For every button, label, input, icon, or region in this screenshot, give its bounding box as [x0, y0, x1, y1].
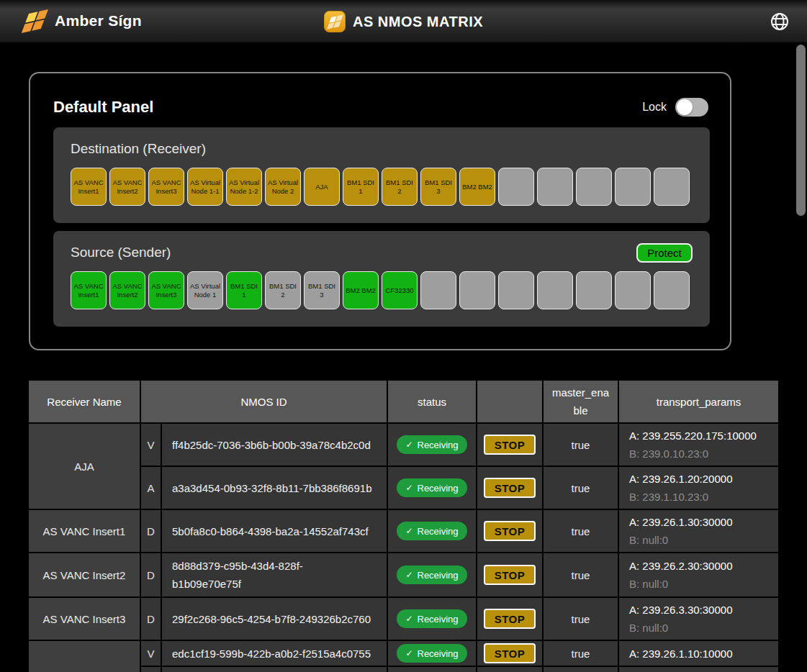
destination-button-as-virtual-node-1-1[interactable]: AS Virtual Node 1-1 — [187, 168, 223, 206]
transport-params: A: 239.26.1.10:10000 — [618, 640, 779, 666]
lock-toggle[interactable] — [675, 98, 708, 117]
destination-button-empty — [576, 168, 612, 206]
protect-button[interactable]: Protect — [636, 243, 693, 263]
source-button-empty — [654, 271, 690, 309]
transport-params: A: 239.26.1.20:20000 B: 239.1.10.23:0 — [618, 466, 779, 509]
source-button-empty — [498, 271, 534, 309]
source-button-empty — [537, 271, 573, 309]
source-button-empty — [615, 271, 651, 309]
destination-button-bm1-sdi-3[interactable]: BM1 SDI 3 — [420, 168, 456, 206]
master-enable-value: true — [543, 423, 618, 466]
check-icon: ✓ — [405, 483, 412, 493]
receiver-name: AS VANC Insert3 — [28, 597, 140, 640]
destination-button-empty — [615, 168, 651, 206]
table-row: AS VANC Insert1 D 5b0fa8c0-b864-4398-ba2… — [28, 509, 779, 553]
receiver-name — [28, 640, 140, 672]
scrollbar-thumb[interactable] — [796, 45, 806, 216]
transport-params: A: 239.26.2.30:30000 B: null:0 — [618, 553, 779, 597]
source-title: Source (Sender) — [71, 245, 171, 260]
stop-button[interactable]: STOP — [484, 435, 536, 455]
col-header-master-enable: master_enable — [543, 380, 618, 423]
col-header-nmos-id: NMOS ID — [140, 380, 387, 423]
master-enable-value: true — [543, 597, 618, 640]
channel-letter: A — [140, 466, 161, 509]
source-button-bm2-bm2[interactable]: BM2 BM2 — [343, 271, 379, 309]
destination-button-empty — [537, 168, 573, 206]
source-button-as-vanc-insert1[interactable]: AS VANC Insert1 — [71, 271, 107, 309]
receiver-name: AS VANC Insert1 — [28, 509, 140, 553]
destination-button-aja[interactable]: AJA — [304, 168, 340, 206]
check-icon: ✓ — [405, 614, 412, 624]
app: Amber Sígn AS NMOS MATRIX — [0, 0, 807, 672]
status-badge: ✓Receiving — [397, 522, 466, 540]
status-badge: ✓Receiving — [397, 644, 466, 663]
stop-button[interactable]: STOP — [484, 643, 536, 663]
source-section: Source (Sender) Protect AS VANC Insert1 … — [53, 231, 710, 327]
check-icon: ✓ — [405, 440, 412, 450]
stop-button[interactable]: STOP — [484, 478, 536, 498]
col-header-transport-params: transport_params — [618, 380, 779, 423]
table-row: AS VANC Insert3 D 29f2c268-96c5-4254-b7f… — [28, 597, 779, 640]
nmos-id: a3a3d454-0b93-32f8-8b11-7bb386f8691b — [161, 466, 387, 509]
source-button-bm1-sdi-2[interactable]: BM1 SDI 2 — [265, 271, 301, 309]
check-icon: ✓ — [405, 526, 412, 536]
table-row: 5ab09547-938c-4bdc-8d1b-7e15a4c0755 — [28, 666, 779, 672]
destination-button-as-virtual-node-1-2[interactable]: AS Virtual Node 1-2 — [226, 168, 262, 206]
status-badge: ✓Receiving — [397, 435, 466, 454]
destination-button-as-vanc-insert2[interactable]: AS VANC Insert2 — [109, 168, 145, 206]
source-button-bm1-sdi-1[interactable]: BM1 SDI 1 — [226, 271, 262, 309]
app-title-text: AS NMOS MATRIX — [353, 14, 483, 30]
destination-button-bm1-sdi-2[interactable]: BM1 SDI 2 — [382, 168, 418, 206]
destination-button-bm1-sdi-1[interactable]: BM1 SDI 1 — [343, 168, 379, 206]
language-globe-icon[interactable] — [770, 12, 790, 32]
table-row: AJA V ff4b25dc-7036-3b6b-b00b-39a78c4b2c… — [28, 423, 779, 466]
matrix-app-icon — [324, 11, 346, 32]
destination-button-as-vanc-insert3[interactable]: AS VANC Insert3 — [148, 168, 184, 206]
master-enable-value: true — [543, 466, 618, 509]
receiver-name: AJA — [28, 423, 140, 509]
transport-params: A: 239.255.220.175:10000 B: 239.0.10.23:… — [618, 423, 779, 466]
master-enable-value: true — [543, 553, 618, 597]
destination-button-bm2-bm2[interactable]: BM2 BM2 — [459, 168, 495, 206]
check-icon: ✓ — [405, 648, 412, 658]
channel-letter: D — [140, 553, 161, 597]
source-button-as-vanc-insert3[interactable]: AS VANC Insert3 — [148, 271, 184, 309]
source-button-as-virtual-node-1[interactable]: AS Virtual Node 1 — [187, 271, 223, 309]
destination-title: Destination (Receiver) — [71, 141, 206, 157]
source-button-cf32330[interactable]: CF32330 — [382, 271, 418, 309]
destination-button-as-vanc-insert1[interactable]: AS VANC Insert1 — [71, 168, 107, 206]
status-badge: ✓Receiving — [397, 478, 466, 497]
nmos-id: 5ab09547-938c-4bdc-8d1b-7e15a4c0755 — [161, 666, 387, 672]
nmos-id: 8d88d379-c95b-43d4-828f- b1b09e70e75f — [161, 553, 387, 597]
channel-letter: D — [140, 509, 161, 553]
channel-letter: D — [140, 597, 161, 640]
stop-button[interactable]: STOP — [484, 565, 536, 585]
nmos-id: 29f2c268-96c5-4254-b7f8-249326b2c760 — [161, 597, 387, 640]
channel-letter: V — [140, 423, 161, 466]
receivers-table: Receiver Name NMOS ID status master_enab… — [27, 379, 780, 672]
destination-button-empty — [654, 168, 690, 206]
channel-letter: V — [140, 640, 161, 666]
transport-params: A: 239.26.1.30:30000 B: null:0 — [618, 509, 779, 553]
default-panel-card: Default Panel Lock Destination (Receiver… — [29, 72, 731, 350]
nmos-id: ff4b25dc-7036-3b6b-b00b-39a78c4b2c0d — [161, 423, 387, 466]
source-button-as-vanc-insert2[interactable]: AS VANC Insert2 — [109, 271, 145, 309]
source-buttons: AS VANC Insert1 AS VANC Insert2 AS VANC … — [71, 271, 693, 309]
panel-title: Default Panel — [53, 98, 153, 117]
source-button-bm1-sdi-3[interactable]: BM1 SDI 3 — [304, 271, 340, 309]
destination-section: Destination (Receiver) AS VANC Insert1 A… — [53, 127, 710, 223]
master-enable-value: true — [543, 640, 618, 666]
nmos-id: 5b0fa8c0-b864-4398-ba2a-14552af743cf — [161, 509, 387, 553]
destination-button-as-virtual-node-2[interactable]: AS Virtual Node 2 — [265, 168, 301, 206]
col-header-receiver-name: Receiver Name — [28, 380, 140, 423]
status-badge: ✓Receiving — [397, 609, 466, 628]
lock-label: Lock — [642, 101, 667, 114]
lock-toggle-knob — [677, 99, 693, 115]
receiver-name: AS VANC Insert2 — [28, 553, 140, 597]
source-button-empty — [576, 271, 612, 309]
status-badge: ✓Receiving — [397, 566, 466, 584]
stop-button[interactable]: STOP — [484, 609, 536, 629]
table-row: AS VANC Insert2 D 8d88d379-c95b-43d4-828… — [28, 553, 779, 597]
stop-button[interactable]: STOP — [484, 521, 536, 541]
channel-letter — [140, 666, 161, 672]
